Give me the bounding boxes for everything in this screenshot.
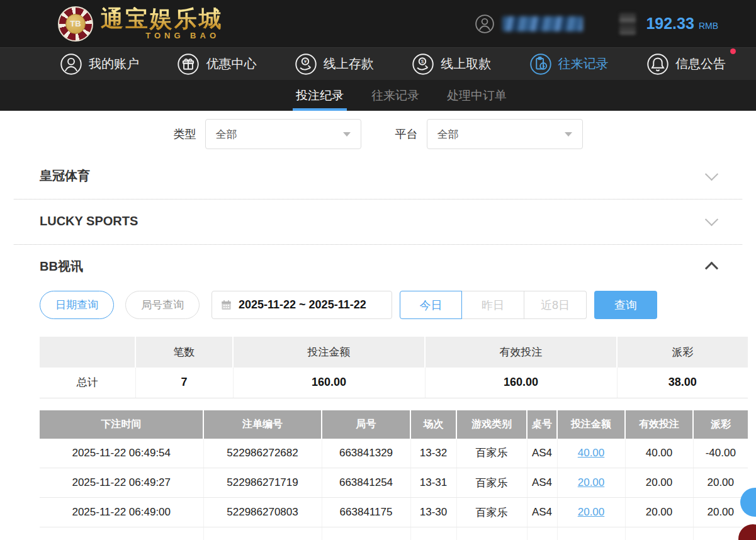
- bet-id: 522986270803: [203, 498, 322, 527]
- session: 13-32: [410, 439, 456, 468]
- platform-select[interactable]: 全部: [427, 119, 583, 149]
- session: 13-30: [410, 498, 456, 527]
- table-number: AS4: [527, 468, 557, 498]
- balance[interactable]: 192.33 RMB: [646, 14, 718, 33]
- payout: 20.00: [693, 498, 748, 527]
- username-blurred[interactable]: [502, 16, 583, 31]
- table-row-partial: [40, 527, 748, 540]
- bet-column-header: 投注金额: [557, 410, 625, 439]
- notification-dot: [730, 48, 736, 54]
- bet-amount: 20.00: [557, 468, 625, 498]
- user-avatar-icon[interactable]: [475, 14, 495, 34]
- nav-my-account[interactable]: 我的账户: [60, 53, 139, 76]
- session: 13-31: [410, 468, 456, 498]
- bet-column-header: 下注时间: [40, 410, 203, 439]
- top-bar: TB 通宝娱乐城 TONG BAO 192.33 RMB: [0, 0, 756, 47]
- last-8-days-button[interactable]: 近8日: [524, 291, 587, 319]
- total-count: 7: [135, 368, 233, 398]
- deposit-coin-icon: ¥: [295, 53, 317, 76]
- withdraw-coin-icon: $: [412, 53, 434, 76]
- casino-chip-icon: TB: [58, 6, 93, 42]
- bet-time: 2025-11-22 06:49:00: [40, 498, 203, 527]
- payout: -40.00: [693, 439, 748, 468]
- bet-column-header: 桌号: [527, 410, 557, 439]
- brand-logo[interactable]: TB 通宝娱乐城 TONG BAO: [58, 6, 223, 42]
- today-button[interactable]: 今日: [400, 291, 462, 319]
- bell-icon: [646, 53, 669, 76]
- table-row: 2025-11-22 06:49:54522986272682663841329…: [40, 439, 748, 468]
- nav-announcements[interactable]: 信息公告: [646, 53, 726, 76]
- table-row: 2025-11-22 06:49:27522986271719663841254…: [40, 468, 748, 498]
- records-clipboard-icon: [529, 53, 552, 76]
- platform-filter-label: 平台: [395, 127, 418, 142]
- bet-amount-link[interactable]: 40.00: [578, 447, 605, 459]
- bet-amount: 40.00: [557, 439, 625, 468]
- nav-deposit[interactable]: ¥ 线上存款: [295, 53, 374, 76]
- valid-bet: 40.00: [625, 439, 693, 468]
- game-type: 百家乐: [456, 498, 527, 527]
- chevron-down-icon[interactable]: [705, 213, 718, 226]
- bet-amount-link[interactable]: 20.00: [578, 506, 605, 518]
- wallet-icon-blurred[interactable]: [619, 13, 636, 35]
- type-select[interactable]: 全部: [205, 119, 361, 149]
- valid-bet: 20.00: [625, 468, 693, 498]
- quick-date-group: 今日 昨日 近8日: [400, 291, 587, 319]
- bet-time: 2025-11-22 06:49:54: [40, 439, 203, 468]
- date-range-input[interactable]: 2025-11-22 ~ 2025-11-22: [212, 291, 392, 319]
- table-number: AS4: [527, 498, 557, 527]
- record-tabs: 投注纪录 往来记录 处理中订单: [0, 80, 756, 111]
- section-crown-sports[interactable]: 皇冠体育: [0, 163, 756, 188]
- bet-table-header-row: 下注时间注单编号局号场次游戏类别桌号投注金额有效投注派彩: [40, 410, 748, 439]
- valid-bet: 20.00: [625, 498, 693, 527]
- main-nav: 我的账户 优惠中心 ¥ 线上存款 $ 线上取款 往来记录: [0, 47, 756, 80]
- summary-table: 笔数 投注金额 有效投注 派彩 总计 7 160.00 160.00 38.00: [40, 337, 748, 398]
- svg-text:¥: ¥: [303, 59, 307, 64]
- query-toolbar: 日期查询 局号查询 2025-11-22 ~ 2025-11-22 今日 昨日 …: [0, 291, 756, 319]
- yesterday-button[interactable]: 昨日: [462, 291, 524, 319]
- bet-column-header: 有效投注: [625, 410, 693, 439]
- section-lucky-sports[interactable]: LUCKY SPORTS: [0, 208, 756, 233]
- bet-time: 2025-11-22 06:49:27: [40, 468, 203, 498]
- brand-name-en: TONG BAO: [101, 31, 223, 40]
- bet-column-header: 局号: [322, 410, 410, 439]
- tab-transaction-records[interactable]: 往来记录: [371, 80, 419, 111]
- nav-withdraw[interactable]: $ 线上取款: [412, 53, 491, 76]
- chevron-up-icon[interactable]: [705, 261, 718, 274]
- total-payout: 38.00: [617, 368, 748, 398]
- chip-monogram: TB: [65, 14, 86, 34]
- search-button[interactable]: 查询: [594, 291, 657, 319]
- date-query-button[interactable]: 日期查询: [40, 291, 114, 319]
- round-number: 663841254: [322, 468, 410, 498]
- bet-id: 522986272682: [203, 439, 322, 468]
- bet-column-header: 游戏类别: [456, 410, 527, 439]
- nav-transaction-records[interactable]: 往来记录: [529, 53, 609, 76]
- bet-amount-link[interactable]: 20.00: [578, 476, 605, 488]
- payout: 20.00: [693, 468, 748, 498]
- bet-id: 522986271719: [203, 468, 322, 498]
- bet-column-header: 注单编号: [203, 410, 322, 439]
- section-divider: [14, 199, 742, 200]
- summary-header-row: 笔数 投注金额 有效投注 派彩: [40, 337, 748, 368]
- section-bb-live[interactable]: BB视讯: [0, 254, 756, 279]
- round-number: 663841175: [322, 498, 410, 527]
- bet-amount: 20.00: [557, 498, 625, 527]
- svg-text:$: $: [421, 59, 424, 64]
- total-label: 总计: [40, 368, 135, 398]
- nav-promotions[interactable]: 优惠中心: [177, 53, 256, 76]
- game-type: 百家乐: [456, 468, 527, 498]
- gift-icon: [177, 53, 200, 76]
- chevron-down-icon[interactable]: [705, 167, 718, 181]
- filter-row: 类型 全部 平台 全部: [0, 119, 756, 149]
- tab-bet-records[interactable]: 投注纪录: [296, 80, 344, 111]
- round-query-button[interactable]: 局号查询: [125, 291, 200, 319]
- user-icon: [60, 53, 82, 76]
- type-filter-label: 类型: [174, 127, 196, 142]
- brand-name: 通宝娱乐城: [101, 7, 223, 31]
- balance-amount: 192.33: [646, 14, 694, 33]
- calendar-icon: [220, 299, 232, 311]
- section-divider: [14, 244, 742, 245]
- chevron-down-icon: [343, 132, 351, 137]
- total-bet-amount: 160.00: [233, 368, 425, 398]
- tab-pending-orders[interactable]: 处理中订单: [447, 80, 507, 111]
- round-number: 663841329: [322, 439, 410, 468]
